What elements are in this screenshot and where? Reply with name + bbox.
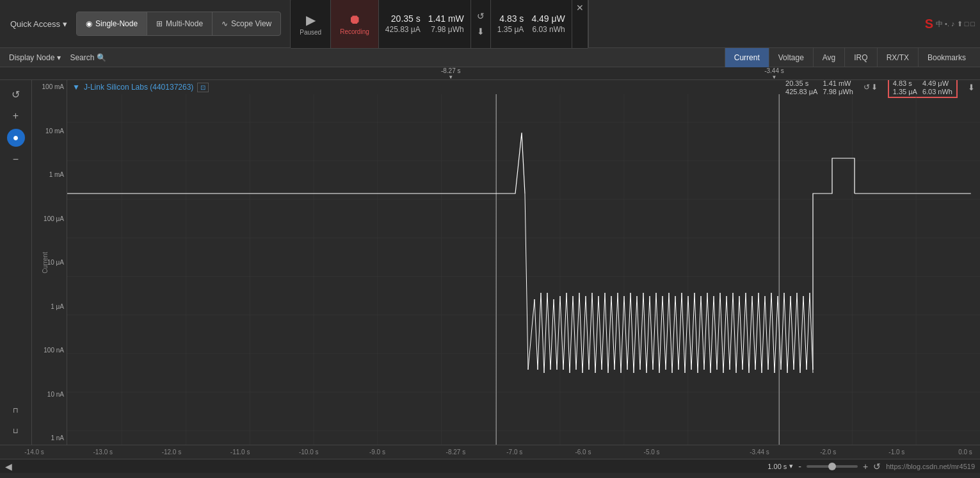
cursor-left-tri: ▼ (448, 74, 453, 80)
chart-header: ▼ J-Link Silicon Labs (440137263) ⊡ 20.3… (67, 80, 980, 94)
xtick-7: -7.0 s (506, 449, 522, 456)
search-label: Search (70, 53, 94, 62)
scale-value: 1.00 s (767, 463, 787, 470)
tab-irq[interactable]: IRQ (844, 48, 876, 67)
single-node-btn[interactable]: ◉ Single-Node (77, 12, 147, 35)
reset-icon-chart[interactable]: ↺ (864, 83, 870, 92)
display-node-chevron: ▾ (57, 53, 61, 62)
single-node-icon: ◉ (86, 19, 92, 28)
recording-label: Recording (340, 28, 369, 35)
download-icon-chart2[interactable]: ⬇ (968, 83, 975, 92)
bottom-bar: ◀ 1.00 s ▾ - + ↺ https://blog.csdn.net/m… (0, 459, 980, 473)
cs-power: 1.41 mW (823, 80, 853, 87)
scale-icon-2[interactable]: ⊔ (7, 422, 25, 440)
search-area: Search 🔍 (70, 53, 160, 62)
cursor-left-value: -8.27 s (441, 67, 461, 74)
zoom-out-btn[interactable]: - (798, 461, 801, 472)
logo-area: S 中 •. ♪ ⬆ □ □ (925, 17, 975, 31)
side-controls-1: ↺ ⬇ (471, 0, 491, 48)
scale-control: 1.00 s ▾ (767, 462, 793, 470)
tab-bookmarks[interactable]: Bookmarks (918, 48, 975, 67)
scope-view-icon: ∿ (221, 19, 228, 28)
chart-canvas (67, 94, 980, 445)
record-icon: ⏺ (348, 12, 361, 27)
second-toolbar: Display Node ▾ Search 🔍 Current Voltage … (0, 48, 980, 67)
y-label-1ua: 1 μA (35, 303, 64, 310)
close-stats-btn[interactable]: ✕ (572, 0, 588, 48)
zoom-in-btn[interactable]: + (863, 461, 868, 472)
quick-access-btn[interactable]: Quick Access ▾ (5, 17, 72, 31)
scope-view-btn[interactable]: ∿ Scope View (213, 12, 280, 35)
cursor-mode-icon[interactable]: ● (7, 129, 25, 147)
zoom-in-icon[interactable]: + (7, 107, 25, 125)
device-name: J-Link Silicon Labs (440137263) (84, 83, 193, 92)
cursor-right-tri: ▼ (772, 74, 777, 80)
xtick-12: -1.0 s (888, 449, 904, 456)
y-label-100ma: 100 mA (35, 83, 64, 90)
main-content: ↺ + ● − ⊓ ⊔ 100 mA 10 mA 1 mA 100 μA 10 … (0, 80, 980, 445)
record-btn[interactable]: ⏺ Recording (331, 0, 379, 48)
transport-section: ▶ Paused ⏺ Recording 20.35 s 1.41 mW 425… (290, 0, 589, 49)
multi-node-icon: ⊞ (156, 19, 163, 28)
cursor-left[interactable]: -8.27 s ▼ (441, 67, 461, 80)
undo-icon[interactable]: ↺ (7, 85, 25, 103)
reset-icon-1[interactable]: ↺ (474, 9, 488, 23)
tab-rxtx[interactable]: RX/TX (877, 48, 918, 67)
reset-zoom-btn[interactable]: ↺ (873, 461, 881, 472)
stats-group-2: 4.83 s 4.49 μW 1.35 μA 6.03 nWh (491, 0, 572, 48)
left-sidebar: ↺ + ● − ⊓ ⊔ (0, 80, 32, 445)
stat-current: 425.83 μA (385, 25, 421, 34)
scale-slider-thumb (828, 463, 836, 470)
device-icon[interactable]: ⊡ (197, 83, 209, 92)
top-toolbar: Quick Access ▾ ◉ Single-Node ⊞ Multi-Nod… (0, 0, 980, 48)
xtick-8: -6.0 s (575, 449, 591, 456)
waveform-svg (67, 94, 980, 445)
y-label-1ma: 1 mA (35, 171, 64, 178)
cs-time: 20.35 s (785, 80, 817, 87)
play-icon: ▶ (306, 12, 316, 28)
multi-node-label: Multi-Node (166, 19, 203, 28)
search-input[interactable] (109, 53, 160, 62)
download-icon-1[interactable]: ⬇ (474, 24, 488, 38)
tab-buttons: Current Voltage Avg IRQ RX/TX Bookmarks (725, 48, 975, 67)
view-buttons: ◉ Single-Node ⊞ Multi-Node ∿ Scope View (76, 12, 281, 36)
xtick-11: -2.0 s (820, 449, 836, 456)
paused-label: Paused (300, 29, 321, 36)
bottom-right: 1.00 s ▾ - + ↺ https://blog.csdn.net/mr4… (767, 461, 975, 472)
pause-btn[interactable]: ▶ Paused (291, 0, 331, 48)
stat-energy: 7.98 μWh (428, 25, 464, 34)
tab-current[interactable]: Current (725, 48, 769, 67)
scale-fit-icon[interactable]: ⊓ (7, 401, 25, 419)
bottom-left: ◀ (5, 461, 12, 472)
close-icon: ✕ (576, 3, 584, 13)
scale-chevron[interactable]: ▾ (789, 462, 793, 470)
y-label-10ua: 10 μA (35, 259, 64, 266)
tab-voltage[interactable]: Voltage (769, 48, 813, 67)
cursor-bar: -8.27 s ▼ -3.44 s ▼ (0, 67, 980, 80)
device-label: ▼ J-Link Silicon Labs (440137263) ⊡ (72, 83, 209, 92)
stat-power: 1.41 mW (428, 13, 464, 24)
download-icon-chart[interactable]: ⬇ (871, 83, 878, 92)
xtick-1: -13.0 s (93, 449, 113, 456)
multi-node-btn[interactable]: ⊞ Multi-Node (147, 12, 213, 35)
logo-icon: S (925, 17, 933, 31)
y-label-1na: 1 nA (35, 434, 64, 441)
zoom-out-icon[interactable]: − (7, 151, 25, 169)
scroll-left-btn[interactable]: ◀ (5, 461, 12, 472)
xtick-10: -3.44 s (750, 449, 769, 456)
cursor-right[interactable]: -3.44 s ▼ (764, 67, 784, 80)
chart-area: ▼ J-Link Silicon Labs (440137263) ⊡ 20.3… (67, 80, 980, 445)
y-label-100na: 100 nA (35, 347, 64, 354)
stats-group-1: 20.35 s 1.41 mW 425.83 μA 7.98 μWh (379, 0, 471, 48)
csh-time: 4.83 s (893, 80, 917, 87)
display-node-btn[interactable]: Display Node ▾ (5, 52, 65, 63)
x-axis: -14.0 s -13.0 s -12.0 s -11.0 s -10.0 s … (0, 445, 980, 459)
xtick-3: -11.0 s (230, 449, 250, 456)
xtick-4: -10.0 s (299, 449, 319, 456)
y-axis: 100 mA 10 mA 1 mA 100 μA 10 μA 1 μA 100 … (32, 80, 67, 445)
scale-slider[interactable] (807, 465, 858, 468)
chart-stat-group-1: 20.35 s 1.41 mW 425.83 μA 7.98 μWh (785, 80, 853, 95)
search-icon: 🔍 (97, 53, 106, 62)
quick-access-label: Quick Access (10, 19, 60, 29)
tab-avg[interactable]: Avg (813, 48, 844, 67)
